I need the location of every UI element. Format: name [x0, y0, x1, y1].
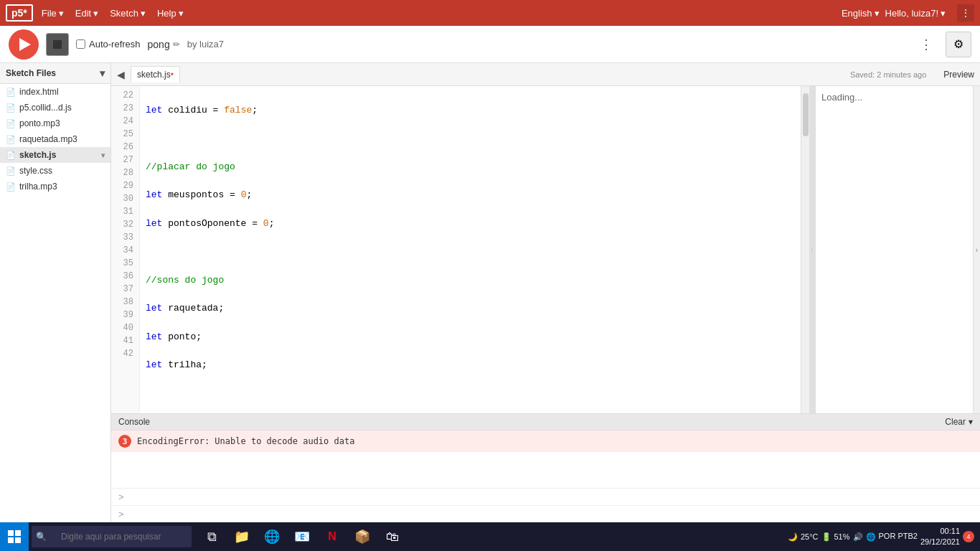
top-bar: p5* File ▾ Edit ▾ Sketch ▾ Help ▾ Englis… — [0, 0, 980, 26]
line-numbers: 2223242526 2728293031 3233343536 3738394… — [111, 86, 140, 413]
file-icon: 📄 — [6, 88, 16, 97]
play-button[interactable] — [9, 29, 39, 60]
menu-file[interactable]: File ▾ — [42, 8, 64, 19]
console-header: Console Clear ▾ — [111, 414, 980, 430]
stop-icon — [53, 40, 62, 49]
taskbar-app-chrome[interactable]: 🌐 — [259, 524, 285, 550]
code-line-31: let trilha; — [146, 358, 795, 372]
auto-refresh-label[interactable]: Auto-refresh — [76, 39, 141, 50]
taskbar-search-input[interactable] — [54, 526, 183, 547]
taskbar-app-netflix[interactable]: N — [319, 524, 345, 550]
sidebar-back-button[interactable]: ◀ — [117, 69, 125, 80]
network-icon: 🌐 — [866, 532, 876, 542]
error-badge: 3 — [118, 435, 131, 448]
taskbar-right: 🌙 25°C 🔋 51% 🔊 🌐 POR PTB2 00:11 29/12/20… — [788, 526, 980, 548]
svg-rect-1 — [15, 530, 21, 536]
code-line-28: //sons do jogo — [146, 273, 795, 288]
stop-button[interactable] — [46, 33, 69, 56]
code-line-22: let colidiu = false; — [146, 103, 795, 118]
top-right: English ▾ Hello, luiza7! ▾ ⋮ — [842, 4, 974, 22]
console-label: Console — [118, 417, 150, 427]
language-button[interactable]: English ▾ — [842, 8, 880, 19]
user-menu-button[interactable]: Hello, luiza7! ▾ — [885, 8, 946, 19]
file-icon: 📄 — [6, 166, 16, 176]
svg-rect-2 — [8, 537, 14, 543]
code-content[interactable]: let colidiu = false; //placar do jogo le… — [140, 86, 801, 413]
scrollbar-thumb — [803, 93, 809, 136]
notification-badge[interactable]: 4 — [963, 531, 974, 542]
sidebar-file-p5collid[interactable]: 📄 p5.collid...d.js — [0, 100, 110, 116]
taskbar-apps: ⧉ 📁 🌐 📧 N 📦 🛍 — [199, 524, 405, 550]
sidebar-file-style[interactable]: 📄 style.css — [0, 163, 110, 179]
battery-pct: 51% — [834, 532, 850, 541]
sidebar-toggle[interactable]: ▾ — [100, 67, 105, 79]
file-icon: 📄 — [6, 103, 16, 113]
code-line-25: let meuspontos = 0; — [146, 188, 795, 202]
code-line-29: let raquetada; — [146, 301, 795, 316]
console-input-row-1: > — [111, 488, 980, 505]
sidebar-file-sketch[interactable]: 📄 sketch.js ▾ — [0, 147, 110, 163]
menu-help[interactable]: Help ▾ — [157, 8, 184, 19]
chrome-icon: 🌐 — [264, 529, 280, 545]
volume-icon: 🔊 — [853, 532, 863, 542]
console-input-1[interactable] — [128, 492, 973, 502]
sidebar-file-index[interactable]: 📄 index.html — [0, 84, 110, 100]
gear-icon: ⚙ — [953, 37, 963, 51]
menu-edit[interactable]: Edit ▾ — [75, 8, 98, 19]
preview-panel: Loading... — [815, 86, 973, 413]
preview-tab-label: Preview — [943, 70, 974, 80]
p5-logo[interactable]: p5* — [6, 4, 33, 22]
taskbar-app-task-view[interactable]: ⧉ — [199, 524, 225, 550]
code-line-30: let ponto; — [146, 330, 795, 344]
edit-sketch-name-icon[interactable]: ✏ — [173, 39, 180, 50]
clear-button[interactable]: Clear ▾ — [945, 417, 973, 427]
sidebar-file-trilha[interactable]: 📄 trilha.mp3 — [0, 179, 110, 194]
task-view-icon: ⧉ — [207, 529, 217, 545]
taskbar-app-store[interactable]: 🛍 — [380, 524, 405, 550]
menu-sketch[interactable]: Sketch ▾ — [110, 8, 146, 19]
console-input-row-2: > — [111, 505, 980, 522]
side-collapse-button[interactable]: › — [973, 86, 980, 413]
editor-scrollbar[interactable] — [801, 86, 809, 413]
windows-icon — [7, 529, 22, 544]
editor-preview-split: 2223242526 2728293031 3233343536 3738394… — [111, 86, 980, 413]
tab-sketchjs[interactable]: sketch.js• — [131, 66, 180, 83]
sidebar-file-ponto[interactable]: 📄 ponto.mp3 — [0, 116, 110, 131]
close-button[interactable]: ⋮ — [957, 4, 974, 22]
chevron-right-icon: ▾ — [101, 151, 105, 159]
taskbar-search-wrap[interactable]: 🔍 — [32, 526, 192, 547]
file-icon: 📄 — [6, 182, 16, 192]
search-icon: 🔍 — [36, 532, 47, 542]
taskbar-app-mail[interactable]: 📧 — [289, 524, 315, 550]
more-options-icon[interactable]: ⋮ — [920, 37, 933, 52]
preview-loading: Loading... — [816, 86, 973, 108]
toolbar: Auto-refresh pong ✏ by luiza7 ⋮ ⚙ — [0, 26, 980, 63]
auto-refresh-checkbox[interactable] — [76, 39, 85, 49]
console-error-row: 3 EncodingError: Unable to decode audio … — [111, 430, 980, 452]
console-prompt-2: > — [118, 509, 124, 519]
preview-split: ⋮ Loading... › — [809, 86, 980, 413]
console-prompt-1: > — [118, 491, 124, 502]
sidebar-file-raquetada[interactable]: 📄 raquetada.mp3 — [0, 131, 110, 147]
code-line-26: let pontosOponente = 0; — [146, 217, 795, 231]
code-line-27 — [146, 245, 795, 259]
chevron-down-icon: ▾ — [969, 417, 973, 427]
code-editor[interactable]: 2223242526 2728293031 3233343536 3738394… — [111, 86, 809, 413]
code-line-24: //placar do jogo — [146, 160, 795, 174]
console-input-2[interactable] — [128, 509, 973, 519]
author-label: by luiza7 — [187, 39, 224, 50]
netflix-icon: N — [328, 530, 336, 543]
code-line-23 — [146, 131, 795, 146]
taskbar-app-amazon[interactable]: 📦 — [349, 524, 375, 550]
file-icon: 📄 — [6, 151, 16, 160]
file-icon: 📄 — [6, 135, 16, 144]
start-button[interactable] — [0, 522, 29, 551]
taskbar-app-file-explorer[interactable]: 📁 — [229, 524, 255, 550]
temperature: 25°C — [801, 532, 819, 541]
svg-rect-0 — [8, 530, 14, 536]
console-text-area — [111, 452, 980, 488]
resize-handle[interactable]: ⋮ — [809, 86, 815, 413]
error-message: EncodingError: Unable to decode audio da… — [137, 436, 354, 446]
editor-tabs: ◀ sketch.js• Saved: 2 minutes ago Previe… — [111, 63, 980, 86]
settings-button[interactable]: ⚙ — [946, 32, 971, 57]
